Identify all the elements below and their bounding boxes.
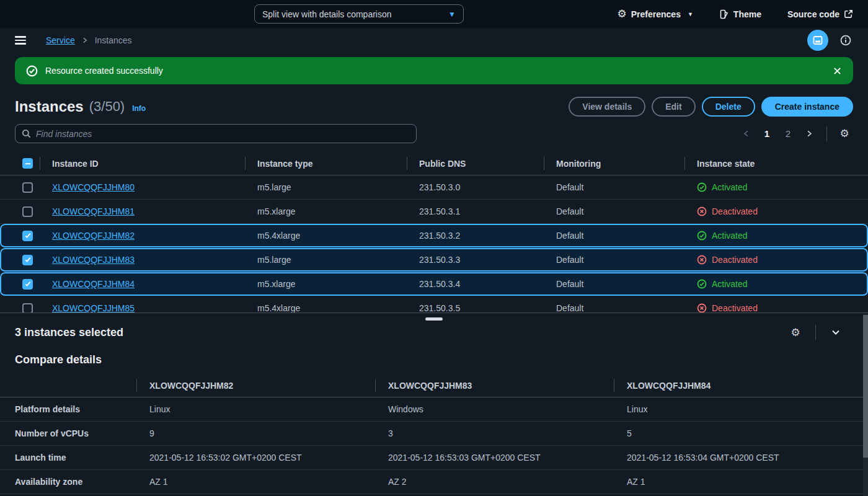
instance-state-cell: Deactivated: [684, 303, 853, 313]
split-panel: 3 instances selected ⚙ Compare details X…: [0, 312, 868, 496]
instance-state-text: Activated: [712, 279, 748, 289]
chevron-down-icon: ▼: [688, 11, 693, 17]
page-number-1[interactable]: 1: [758, 125, 776, 143]
split-panel-toggle-button[interactable]: [807, 30, 828, 51]
row-checkbox[interactable]: [22, 206, 33, 217]
edit-button[interactable]: Edit: [652, 97, 695, 117]
collapse-panel-chevron-icon[interactable]: [827, 324, 844, 341]
compare-row: Availability zone AZ 1 AZ 2 AZ 1: [0, 470, 868, 494]
instance-type-cell: m5.4xlarge: [245, 231, 407, 241]
breadcrumb-bar: Service Instances: [0, 28, 868, 53]
divider: [826, 126, 827, 141]
instance-state-text: Deactivated: [712, 206, 758, 216]
public-dns-cell: 231.50.3.0: [407, 182, 544, 192]
breadcrumb-service-link[interactable]: Service: [46, 35, 75, 45]
column-header-instance-state: Instance state: [684, 152, 853, 175]
monitoring-cell: Default: [544, 279, 684, 289]
instance-state-cell: Activated: [684, 231, 853, 241]
column-header-instance-id: Instance ID: [40, 152, 245, 175]
compare-value: 2021-05-12 16:53:04 GMT+0200 CEST: [614, 453, 853, 463]
table-row[interactable]: XLOWCQQFJJHM81 m5.xlarge 231.50.3.1 Defa…: [0, 200, 868, 224]
divider: [815, 325, 816, 340]
previous-page-icon[interactable]: [737, 125, 755, 143]
chevron-right-icon: [81, 37, 89, 44]
search-box[interactable]: [15, 124, 417, 143]
table-row[interactable]: XLOWCQQFJJHM80 m5.large 231.50.3.0 Defau…: [0, 175, 868, 200]
success-flash: Resource created successfully: [15, 57, 853, 84]
instance-state-text: Deactivated: [712, 255, 758, 265]
compare-value: 5: [614, 428, 853, 438]
compare-value: Linux: [614, 404, 853, 414]
instance-type-cell: m5.xlarge: [245, 279, 407, 289]
scrollbar[interactable]: [863, 314, 868, 496]
instance-type-cell: m5.4xlarge: [245, 303, 407, 313]
row-checkbox[interactable]: [22, 255, 33, 265]
compare-value: AZ 1: [614, 477, 853, 487]
view-details-button[interactable]: View details: [569, 97, 645, 117]
info-link[interactable]: Info: [132, 104, 146, 113]
compare-value: 2021-05-12 16:53:02 GMT+0200 CEST: [136, 453, 375, 463]
split-panel-title: 3 instances selected: [15, 326, 123, 339]
instance-id-link[interactable]: XLOWCQQFJJHM84: [52, 279, 135, 289]
external-link-icon: [844, 9, 853, 19]
preferences-button[interactable]: ⚙ Preferences ▼: [618, 9, 693, 19]
search-input[interactable]: [36, 129, 410, 139]
create-instance-button[interactable]: Create instance: [761, 97, 853, 117]
split-panel-drag-handle[interactable]: [425, 317, 443, 321]
theme-label: Theme: [733, 9, 761, 19]
split-panel-icon: [813, 35, 823, 45]
page-title: Instances: [15, 98, 84, 115]
public-dns-cell: 231.50.3.4: [407, 279, 544, 289]
view-selector-dropdown[interactable]: Split view with details comparison ▼: [254, 4, 464, 24]
breadcrumb-current: Instances: [95, 35, 132, 45]
info-button[interactable]: [837, 32, 854, 49]
compare-value: 3: [375, 428, 614, 438]
compare-row: Launch time 2021-05-12 16:53:02 GMT+0200…: [0, 446, 868, 470]
gear-icon: ⚙: [618, 9, 627, 19]
compare-value: 2021-05-12 16:53:03 GMT+0200 CEST: [375, 453, 614, 463]
page-number-2[interactable]: 2: [779, 125, 797, 143]
instance-id-link[interactable]: XLOWCQQFJJHM80: [52, 182, 135, 192]
public-dns-cell: 231.50.3.3: [407, 255, 544, 265]
table-row[interactable]: XLOWCQQFJJHM83 m5.large 231.50.3.3 Defau…: [0, 248, 868, 272]
compare-value: Windows: [375, 404, 614, 414]
theme-button[interactable]: Theme: [719, 9, 761, 19]
close-icon[interactable]: [833, 66, 842, 76]
status-error-icon: [697, 255, 707, 265]
source-code-link[interactable]: Source code: [787, 9, 853, 19]
instance-id-link[interactable]: XLOWCQQFJJHM82: [52, 231, 135, 241]
instance-state-cell: Activated: [684, 182, 853, 192]
next-page-icon[interactable]: [800, 125, 818, 143]
instance-id-link[interactable]: XLOWCQQFJJHM85: [52, 303, 135, 313]
panel-settings-gear-icon[interactable]: ⚙: [787, 324, 804, 341]
instance-id-link[interactable]: XLOWCQQFJJHM81: [52, 206, 135, 216]
status-success-icon: [697, 279, 707, 289]
status-error-icon: [697, 303, 707, 313]
table-row[interactable]: XLOWCQQFJJHM84 m5.xlarge 231.50.3.4 Defa…: [0, 272, 868, 296]
row-checkbox[interactable]: [22, 182, 33, 193]
compare-column-header: XLOWCQQFJJHM83: [375, 374, 614, 397]
table-settings-gear-icon[interactable]: ⚙: [836, 125, 853, 143]
resource-counter: (3/50): [89, 99, 125, 115]
delete-button[interactable]: Delete: [702, 97, 755, 117]
row-checkbox[interactable]: [22, 303, 33, 314]
instance-type-cell: m5.large: [245, 255, 407, 265]
chevron-down-icon: ▼: [448, 11, 456, 18]
compare-details-title: Compare details: [0, 345, 868, 369]
scrollbar-thumb[interactable]: [863, 315, 868, 458]
monitoring-cell: Default: [544, 303, 684, 313]
table-row[interactable]: XLOWCQQFJJHM82 m5.4xlarge 231.50.3.2 Def…: [0, 224, 868, 248]
compare-value: AZ 1: [136, 477, 375, 487]
compare-column-header: XLOWCQQFJJHM82: [136, 374, 375, 397]
instance-state-cell: Deactivated: [684, 206, 853, 216]
menu-icon[interactable]: [15, 36, 26, 45]
instance-type-cell: m5.large: [245, 182, 407, 192]
column-header-instance-type: Instance type: [245, 152, 407, 175]
row-checkbox[interactable]: [22, 231, 33, 241]
compare-value: AZ 2: [375, 477, 614, 487]
select-all-checkbox[interactable]: [22, 158, 33, 169]
status-success-icon: [697, 182, 707, 192]
compare-row: Platform details Linux Windows Linux: [0, 397, 868, 422]
instance-id-link[interactable]: XLOWCQQFJJHM83: [52, 255, 135, 265]
row-checkbox[interactable]: [22, 279, 33, 290]
